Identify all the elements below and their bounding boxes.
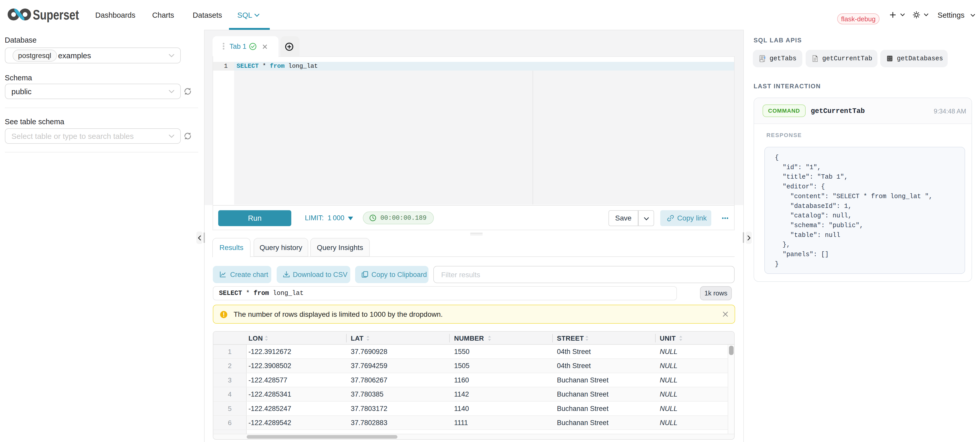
svg-text:Superset: Superset <box>33 7 79 22</box>
